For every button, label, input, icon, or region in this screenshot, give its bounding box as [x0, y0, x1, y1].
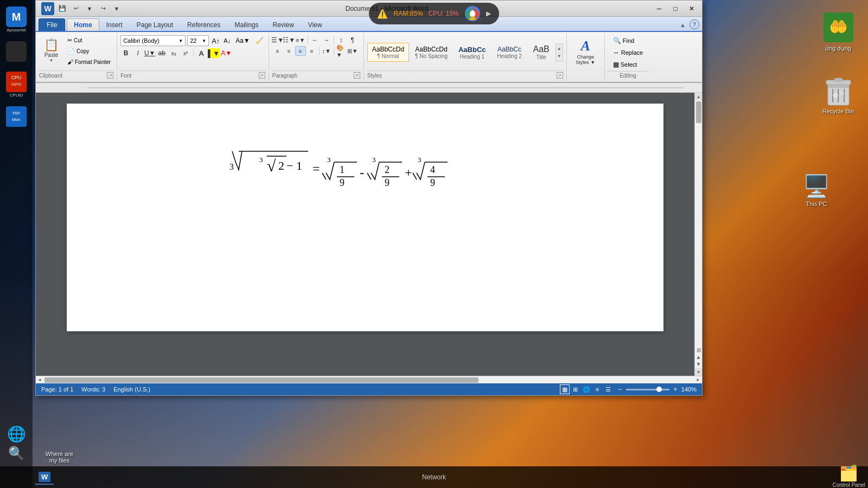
font-color-2-button[interactable]: A▼: [221, 48, 232, 58]
vertical-scrollbar[interactable]: ▲ ⊞ ▲ ▼ ▼: [694, 93, 702, 376]
clear-format-button[interactable]: 🧹: [254, 36, 265, 45]
web-layout-button[interactable]: 🌐: [582, 384, 591, 394]
style-title-name: Title: [533, 54, 550, 60]
para-separator4: [334, 47, 334, 55]
sidebar-blank[interactable]: [3, 38, 30, 65]
ribbon-group-paragraph: ☰▼ ☷▼ ≡▼ ← → ↕ ¶ ≡ ≡ ≡: [269, 33, 364, 81]
paste-label: Paste: [44, 52, 59, 58]
bullets-button[interactable]: ☰▼: [272, 35, 283, 45]
font-size-box[interactable]: 22 ▼: [187, 35, 209, 46]
decrease-indent-button[interactable]: ←: [310, 35, 321, 45]
decrease-font-button[interactable]: A↓: [222, 37, 232, 44]
ribbon-group-change-styles: A ChangeStyles ▼ x: [567, 33, 605, 81]
style-heading1[interactable]: AaBbCc Heading 1: [454, 43, 491, 62]
where-files-label[interactable]: Where aremy files: [34, 451, 85, 464]
format-painter-button[interactable]: 🖌 Format Painter: [65, 57, 113, 67]
top-bar: ⚠️ RAM:85% CPU: 15% ▶: [0, 0, 868, 27]
show-formatting-button[interactable]: ¶: [347, 35, 358, 45]
font-expander[interactable]: ↗: [259, 72, 265, 79]
superscript-button[interactable]: x²: [180, 48, 191, 58]
replace-button[interactable]: ↔ Replace: [609, 47, 647, 58]
cut-button[interactable]: ✂ Cut: [65, 35, 113, 46]
multilevel-list-button[interactable]: ≡▼: [295, 35, 306, 45]
search-files-icon[interactable]: 🔍: [8, 446, 24, 461]
select-button[interactable]: ▦ Select: [609, 59, 641, 70]
paste-button[interactable]: 📋 Paste ▼: [39, 35, 63, 66]
browse-prev-button[interactable]: ▲: [696, 354, 701, 360]
svg-text:+: +: [405, 165, 412, 179]
scroll-right-button[interactable]: ►: [694, 376, 702, 384]
style-h2-label: AaBbCc: [497, 46, 522, 53]
find-button[interactable]: 🔍 Find: [609, 35, 638, 46]
zoom-out-button[interactable]: −: [616, 385, 624, 394]
increase-font-button[interactable]: A↑: [210, 36, 221, 46]
zoom-slider[interactable]: [626, 389, 669, 390]
sort-button[interactable]: ↕: [336, 35, 347, 45]
subscript-button[interactable]: x₂: [168, 48, 179, 58]
underline-button[interactable]: U▼: [144, 48, 155, 58]
scroll-down-button[interactable]: ▼: [695, 368, 703, 376]
paragraph-expander[interactable]: ↗: [354, 72, 360, 79]
bold-button[interactable]: B: [120, 48, 131, 58]
font-color-button[interactable]: A: [196, 48, 207, 58]
styles-expander[interactable]: ↗: [557, 72, 563, 79]
apowermi-label: ApowerMi: [7, 28, 26, 33]
line-spacing-button[interactable]: ↕▼: [321, 46, 332, 56]
ruler: [36, 83, 702, 93]
clipboard-expander[interactable]: ↗: [107, 72, 113, 79]
change-styles-label: ChangeStyles ▼: [576, 54, 595, 65]
align-right-button[interactable]: ≡: [295, 46, 306, 56]
find-label: Find: [623, 37, 634, 44]
italic-button[interactable]: I: [132, 48, 143, 58]
zoom-in-button[interactable]: +: [671, 385, 680, 394]
border-button[interactable]: ⊞▼: [347, 46, 358, 56]
taskbar-word[interactable]: W: [35, 470, 54, 485]
control-panel-area[interactable]: 🗂️ Control Panel: [832, 464, 865, 488]
style-title[interactable]: AaB Title: [528, 42, 554, 63]
svg-text:9: 9: [340, 177, 344, 188]
font-name-box[interactable]: Calibri (Body) ▼: [120, 35, 186, 46]
view-object-button[interactable]: ⊞: [697, 347, 701, 353]
style-no-spacing[interactable]: AaBbCcDd ¶ No Spacing: [410, 43, 452, 62]
print-layout-button[interactable]: ▦: [560, 384, 570, 394]
globe-icon[interactable]: 🌐: [7, 425, 26, 443]
svg-text:3: 3: [372, 156, 376, 164]
numbering-button[interactable]: ☷▼: [284, 35, 295, 45]
chrome-icon[interactable]: [464, 5, 481, 22]
justify-button[interactable]: ≡: [307, 46, 317, 56]
styles-scroll-arrows[interactable]: ▲ ▼: [556, 43, 563, 62]
desktop-icon-thispc[interactable]: 🖥️ This PC: [803, 174, 830, 207]
styles-label: Styles ↗: [366, 70, 564, 80]
language-info: English (U.S.): [113, 386, 150, 393]
editing-label: Editing: [607, 71, 649, 80]
sidebar-hwmon[interactable]: HW Mon: [3, 103, 30, 130]
styles-content: AaBbCcDd ¶ Normal AaBbCcDd ¶ No Spacing …: [366, 34, 564, 70]
draft-button[interactable]: ☰: [603, 384, 613, 394]
align-left-button[interactable]: ≡: [272, 46, 283, 56]
outline-button[interactable]: ≡: [592, 384, 602, 394]
horizontal-scrollbar[interactable]: ◄ ►: [36, 376, 702, 383]
increase-indent-button[interactable]: →: [321, 35, 332, 45]
document-scroll[interactable]: 3 3 √ 2: [36, 93, 694, 376]
sidebar-cpuid[interactable]: CPU INFO CPUID: [3, 70, 30, 98]
svg-line-41: [367, 173, 371, 179]
change-case-button[interactable]: Aa▼: [233, 36, 252, 46]
style-heading2[interactable]: AaBbCc Heading 2: [492, 43, 527, 62]
change-styles-button[interactable]: A ChangeStyles ▼: [571, 35, 600, 68]
copy-button[interactable]: 📄 Copy: [65, 46, 113, 56]
shading-button[interactable]: 🎨▼: [336, 46, 347, 56]
style-normal[interactable]: AaBbCcDd ¶ Normal: [367, 43, 409, 62]
strikethrough-button[interactable]: ab: [156, 48, 167, 58]
style-nospacing-name: ¶ No Spacing: [415, 53, 448, 59]
scroll-left-button[interactable]: ◄: [36, 376, 43, 384]
highlight-button[interactable]: ▌▼: [208, 48, 220, 58]
scroll-h-thumb[interactable]: [44, 377, 478, 383]
svg-text:3: 3: [259, 156, 263, 164]
document-page: 3 3 √ 2: [67, 104, 663, 331]
align-center-button[interactable]: ≡: [284, 46, 295, 56]
full-screen-button[interactable]: ⊞: [571, 384, 580, 394]
scroll-thumb[interactable]: [696, 101, 701, 123]
scroll-up-button[interactable]: ▲: [695, 93, 703, 100]
browse-next-button[interactable]: ▼: [696, 361, 701, 367]
desktop-icon-recycle[interactable]: Recycle Bin: [814, 74, 863, 114]
